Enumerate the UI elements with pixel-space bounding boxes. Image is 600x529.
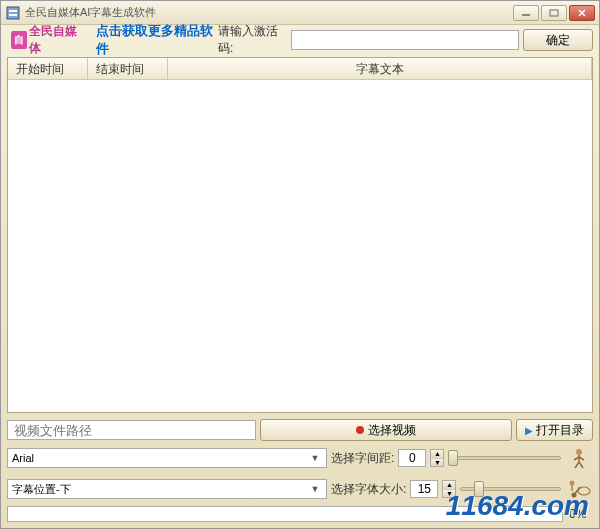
video-path-row: 选择视频 ▶ 打开目录 <box>7 419 593 441</box>
spacing-slider[interactable] <box>448 449 561 467</box>
slider-thumb[interactable] <box>474 481 484 497</box>
minimize-icon <box>521 9 531 17</box>
controls-area: 选择视频 ▶ 打开目录 Arial ▼ 选择字间距: 0 ▲ ▼ <box>1 415 599 528</box>
activation-input[interactable] <box>291 30 519 50</box>
progress-row: 0% <box>7 506 593 522</box>
spacing-up[interactable]: ▲ <box>431 450 443 459</box>
spacing-label: 选择字间距: <box>331 450 394 467</box>
logo-icon: 自 <box>11 31 27 49</box>
activation-label: 请输入激活码: <box>218 23 287 57</box>
app-window: 全民自媒体AI字幕生成软件 自 全民自媒体 点击获取更多精品软件 请输入激活码:… <box>0 0 600 529</box>
close-button[interactable] <box>569 5 595 21</box>
svg-rect-2 <box>9 14 17 16</box>
size-slider[interactable] <box>460 480 561 498</box>
close-icon <box>577 9 587 17</box>
table-body <box>8 80 592 412</box>
font-dropdown-value: Arial <box>12 452 308 464</box>
size-up[interactable]: ▲ <box>443 481 455 490</box>
position-row: 字幕位置-下 ▼ 选择字体大小: 15 ▲ ▼ <box>7 475 593 503</box>
maximize-icon <box>549 9 559 17</box>
confirm-button[interactable]: 确定 <box>523 29 593 51</box>
subtitle-table: 开始时间 结束时间 字幕文本 <box>7 57 593 413</box>
video-path-input[interactable] <box>7 420 256 440</box>
svg-point-7 <box>576 449 582 455</box>
position-dropdown-value: 字幕位置-下 <box>12 482 308 497</box>
progress-bar <box>7 506 563 522</box>
svg-rect-1 <box>9 10 17 12</box>
svg-rect-0 <box>7 7 19 19</box>
col-end-time[interactable]: 结束时间 <box>88 58 168 79</box>
font-row: Arial ▼ 选择字间距: 0 ▲ ▼ <box>7 444 593 472</box>
size-stepper[interactable]: ▲ ▼ <box>442 480 456 498</box>
svg-rect-4 <box>550 10 558 16</box>
open-directory-button[interactable]: ▶ 打开目录 <box>516 419 593 441</box>
position-dropdown[interactable]: 字幕位置-下 ▼ <box>7 479 327 499</box>
select-video-label: 选择视频 <box>368 422 416 439</box>
select-video-button[interactable]: 选择视频 <box>260 419 513 441</box>
svg-line-11 <box>575 462 579 468</box>
toolbar: 自 全民自媒体 点击获取更多精品软件 请输入激活码: 确定 <box>1 25 599 55</box>
progress-percent: 0% <box>569 507 593 521</box>
svg-point-16 <box>570 481 575 486</box>
chevron-down-icon: ▼ <box>308 451 322 465</box>
open-dir-label: 打开目录 <box>536 422 584 439</box>
window-controls <box>513 5 595 21</box>
decoration-figure-2 <box>565 475 593 503</box>
spacing-value: 0 <box>398 449 426 467</box>
logo-text: 全民自媒体 <box>29 23 83 57</box>
play-icon: ▶ <box>525 425 533 436</box>
titlebar: 全民自媒体AI字幕生成软件 <box>1 1 599 25</box>
maximize-button[interactable] <box>541 5 567 21</box>
col-start-time[interactable]: 开始时间 <box>8 58 88 79</box>
spacing-stepper[interactable]: ▲ ▼ <box>430 449 444 467</box>
logo-badge: 自 全民自媒体 <box>7 29 88 51</box>
table-header: 开始时间 结束时间 字幕文本 <box>8 58 592 80</box>
font-dropdown[interactable]: Arial ▼ <box>7 448 327 468</box>
promo-link[interactable]: 点击获取更多精品软件 <box>96 22 214 58</box>
slider-thumb[interactable] <box>448 450 458 466</box>
slider-track <box>448 456 561 460</box>
window-title: 全民自媒体AI字幕生成软件 <box>25 5 513 20</box>
app-icon <box>5 5 21 21</box>
record-icon <box>356 426 364 434</box>
size-down[interactable]: ▼ <box>443 490 455 498</box>
svg-line-12 <box>579 462 583 468</box>
spacing-down[interactable]: ▼ <box>431 459 443 467</box>
size-label: 选择字体大小: <box>331 481 406 498</box>
col-subtitle-text[interactable]: 字幕文本 <box>168 58 592 79</box>
size-value: 15 <box>410 480 438 498</box>
decoration-figure-1 <box>565 444 593 472</box>
minimize-button[interactable] <box>513 5 539 21</box>
chevron-down-icon: ▼ <box>308 482 322 496</box>
